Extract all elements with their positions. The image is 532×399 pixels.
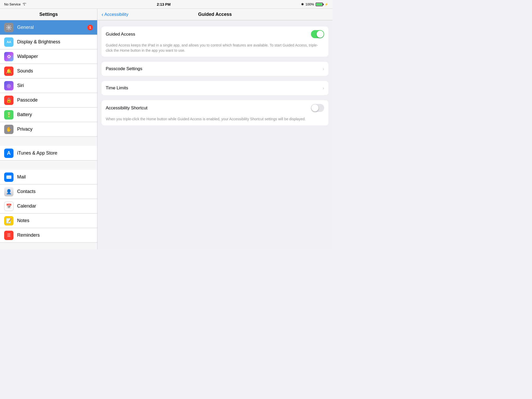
sidebar-item-passcode[interactable]: 🔒 Passcode <box>0 93 97 108</box>
privacy-icon: ✋ <box>4 125 14 134</box>
status-right: ✱ 100% ⚡ <box>301 2 328 6</box>
sidebar-item-calendar[interactable]: 📅 Calendar <box>0 199 97 214</box>
siri-icon: ◎ <box>4 81 14 90</box>
sidebar-header: Settings <box>0 9 97 20</box>
battery-container <box>316 3 323 6</box>
sounds-label: Sounds <box>17 68 93 74</box>
general-icon <box>4 23 14 32</box>
sidebar-item-sounds[interactable]: 🔔 Sounds <box>0 64 97 78</box>
passcode-settings-card: Passcode Settings › <box>102 62 328 76</box>
sidebar-item-mail[interactable]: ✉️ Mail <box>0 170 97 184</box>
charging-icon: ⚡ <box>324 3 328 6</box>
accessibility-shortcut-row: Accessibility Shortcut <box>102 100 328 116</box>
sidebar-item-general[interactable]: General 1 <box>0 20 97 35</box>
time-limits-card: Time Limits › <box>102 81 328 95</box>
passcode-icon: 🔒 <box>4 96 14 105</box>
main-layout: Settings General 1 AA Display & Brightne… <box>0 9 332 249</box>
reminders-label: Reminders <box>17 232 93 238</box>
sidebar-group-2: A iTunes & App Store <box>0 146 97 161</box>
wallpaper-label: Wallpaper <box>17 54 93 59</box>
battery-sidebar-icon: 🔋 <box>4 110 14 119</box>
sidebar-item-wallpaper[interactable]: ✿ Wallpaper <box>0 49 97 64</box>
passcode-settings-row[interactable]: Passcode Settings › <box>102 62 328 76</box>
notes-label: Notes <box>17 218 93 223</box>
display-icon: AA <box>4 37 14 47</box>
mail-label: Mail <box>17 174 93 180</box>
content-title: Guided Access <box>198 12 232 17</box>
accessibility-shortcut-description: When you triple-click the Home button wh… <box>102 116 328 125</box>
accessibility-shortcut-toggle-thumb <box>311 104 318 111</box>
status-left: No Service <box>4 2 26 6</box>
section-gap-2 <box>0 161 97 170</box>
appstore-icon: A <box>4 149 14 158</box>
sidebar: Settings General 1 AA Display & Brightne… <box>0 9 97 249</box>
accessibility-shortcut-toggle[interactable] <box>311 104 324 112</box>
sidebar-group-1: General 1 AA Display & Brightness ✿ Wall… <box>0 20 97 137</box>
general-badge: 1 <box>87 25 93 30</box>
guided-access-card: Guided Access Guided Access keeps the iP… <box>102 26 328 57</box>
content-body: Guided Access Guided Access keeps the iP… <box>97 20 332 132</box>
sidebar-item-notes[interactable]: 📝 Notes <box>0 214 97 228</box>
siri-label: Siri <box>17 83 93 88</box>
sidebar-item-contacts[interactable]: 👤 Contacts <box>0 184 97 199</box>
notes-icon: 📝 <box>4 216 14 225</box>
guided-access-toggle[interactable] <box>311 30 324 38</box>
passcode-settings-label: Passcode Settings <box>106 66 323 71</box>
time-limits-chevron-icon: › <box>323 85 324 91</box>
no-service-label: No Service <box>4 2 21 6</box>
battery-percent: 100% <box>305 2 314 6</box>
content-header: ‹ Accessibility Guided Access <box>97 9 332 20</box>
bluetooth-icon: ✱ <box>301 2 304 6</box>
battery-fill <box>316 3 322 5</box>
sounds-icon: 🔔 <box>4 66 14 76</box>
sidebar-group-3: ✉️ Mail 👤 Contacts 📅 Calendar 📝 <box>0 170 97 243</box>
section-gap-1 <box>0 137 97 146</box>
status-bar: No Service 2:13 PM ✱ 100% ⚡ <box>0 0 332 9</box>
sidebar-item-privacy[interactable]: ✋ Privacy <box>0 122 97 137</box>
mail-icon: ✉️ <box>4 172 14 182</box>
content-area: ‹ Accessibility Guided Access Guided Acc… <box>97 9 332 249</box>
calendar-icon: 📅 <box>4 202 14 211</box>
back-chevron-icon: ‹ <box>102 11 103 17</box>
guided-access-toggle-thumb <box>317 31 324 38</box>
battery-label: Battery <box>17 112 93 117</box>
wifi-icon <box>22 2 26 6</box>
contacts-icon: 👤 <box>4 187 14 196</box>
sidebar-item-siri[interactable]: ◎ Siri <box>0 78 97 93</box>
accessibility-shortcut-card: Accessibility Shortcut When you triple-c… <box>102 100 328 125</box>
svg-point-0 <box>8 27 10 28</box>
passcode-label: Passcode <box>17 97 93 103</box>
appstore-label: iTunes & App Store <box>17 150 93 156</box>
passcode-settings-chevron-icon: › <box>323 66 324 72</box>
reminders-icon: ☰ <box>4 231 14 240</box>
wallpaper-icon: ✿ <box>4 52 14 61</box>
guided-access-description: Guided Access keeps the iPad in a single… <box>102 42 328 57</box>
calendar-label: Calendar <box>17 203 93 209</box>
time-limits-row[interactable]: Time Limits › <box>102 81 328 95</box>
guided-access-label: Guided Access <box>106 32 311 37</box>
back-label: Accessibility <box>104 12 129 17</box>
sidebar-item-appstore[interactable]: A iTunes & App Store <box>0 146 97 161</box>
display-label: Display & Brightness <box>17 39 93 45</box>
accessibility-shortcut-label: Accessibility Shortcut <box>106 105 311 111</box>
sidebar-title: Settings <box>39 12 58 17</box>
general-label: General <box>17 25 87 30</box>
sidebar-item-battery[interactable]: 🔋 Battery <box>0 108 97 122</box>
sidebar-item-display[interactable]: AA Display & Brightness <box>0 35 97 49</box>
time-limits-label: Time Limits <box>106 85 323 91</box>
guided-access-row: Guided Access <box>102 26 328 42</box>
sidebar-item-reminders[interactable]: ☰ Reminders <box>0 228 97 243</box>
contacts-label: Contacts <box>17 189 93 194</box>
back-button[interactable]: ‹ Accessibility <box>102 11 128 17</box>
privacy-label: Privacy <box>17 127 93 132</box>
battery-icon <box>316 3 323 6</box>
status-time: 2:13 PM <box>157 2 171 6</box>
